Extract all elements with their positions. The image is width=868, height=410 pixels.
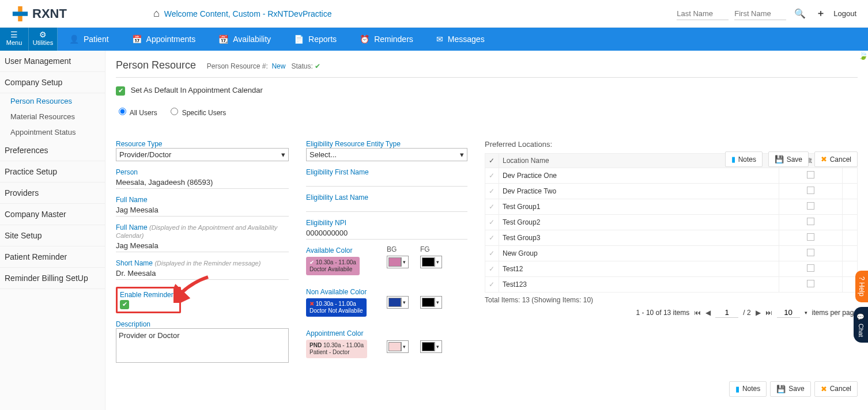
reminders-icon: ⏰ (360, 35, 369, 44)
search-icon[interactable]: 🔍 (792, 6, 808, 21)
all-users-radio[interactable] (119, 108, 126, 115)
row-select-icon[interactable]: ✓ (485, 168, 499, 183)
elig-first-name-field[interactable] (306, 176, 467, 187)
toolbar-reminders[interactable]: ⏰Reminders (348, 35, 425, 44)
chat-pill[interactable]: 💬Chat (854, 307, 868, 343)
toolbar-reports[interactable]: 📄Reports (282, 35, 348, 44)
row-default-checkbox[interactable] (779, 245, 843, 261)
nonavail-bg-picker[interactable]: ▾ (387, 296, 409, 309)
sidebar-providers[interactable]: Providers (0, 183, 105, 204)
row-default-checkbox[interactable] (779, 183, 843, 199)
toolbar-messages[interactable]: ✉Messages (425, 35, 496, 44)
specific-users-radio[interactable] (171, 108, 178, 115)
full-name-cal-field[interactable]: Jag Meesala (116, 240, 289, 252)
row-name: Test12 (499, 261, 779, 276)
table-row[interactable]: ✓Test123 (485, 276, 858, 292)
pager-page-input[interactable] (715, 308, 738, 318)
elig-last-name-label: Eligibility Last Name (306, 193, 467, 202)
add-icon[interactable]: ＋ (814, 5, 828, 22)
enable-reminders-highlight: Enable Reminders ✔ (116, 287, 181, 313)
description-textarea[interactable]: Provider or Doctor (116, 328, 289, 363)
row-name: Test123 (499, 276, 779, 292)
avail-fg-picker[interactable]: ▾ (420, 256, 442, 268)
sidebar-company-master[interactable]: Company Master (0, 204, 105, 225)
toolbar-patient[interactable]: 👤Patient (58, 35, 120, 44)
sidebar-user-management[interactable]: User Management (0, 51, 105, 72)
save-button[interactable]: 💾Save (768, 151, 809, 167)
select-all-checkbox[interactable]: ✓ (485, 153, 499, 168)
sidebar-practice-setup[interactable]: Practice Setup (0, 161, 105, 183)
first-name-input[interactable] (734, 7, 786, 20)
row-select-icon[interactable]: ✓ (485, 276, 499, 292)
table-row[interactable]: ✓Test Group3 (485, 230, 858, 245)
nonavail-fg-picker[interactable]: ▾ (420, 296, 442, 309)
row-default-checkbox[interactable] (779, 214, 843, 230)
pager-last-icon[interactable]: ⏭ (765, 309, 772, 317)
menu-toggle[interactable]: ☰Menu (0, 28, 29, 51)
row-default-checkbox[interactable] (779, 168, 843, 183)
short-name-label: Short Name (Displayed in the Reminder me… (116, 259, 289, 267)
notes-button-bottom[interactable]: ▮Notes (729, 381, 767, 397)
form-column-2: Eligibility Resource Entity Type Select.… (306, 140, 467, 370)
logout-link[interactable]: Logout (833, 9, 856, 18)
pager-perpage-select[interactable] (777, 308, 800, 318)
last-name-input[interactable] (677, 7, 729, 20)
avail-bg-picker[interactable]: ▾ (387, 256, 409, 268)
cancel-button[interactable]: ✖Cancel (814, 151, 858, 167)
elig-last-name-field[interactable] (306, 202, 467, 212)
notes-button[interactable]: ▮Notes (725, 151, 763, 167)
sidebar-item-material-resources[interactable]: Material Resources (0, 109, 105, 124)
sidebar-patient-reminder[interactable]: Patient Reminder (0, 246, 105, 268)
table-row[interactable]: ✓Test12 (485, 261, 858, 276)
toolbar-availability[interactable]: 📆Availability (207, 35, 282, 44)
appointment-color-label: Appointment Color (306, 329, 369, 337)
row-select-icon[interactable]: ✓ (485, 261, 499, 276)
pager-prev-icon[interactable]: ◀ (705, 309, 711, 317)
sidebar-site-setup[interactable]: Site Setup (0, 225, 105, 246)
default-calendar-checkbox[interactable]: ✔ (116, 86, 125, 96)
short-name-field[interactable]: Dr. Meesala (116, 267, 289, 280)
resource-type-select[interactable]: Provider/Doctor▾ (116, 148, 289, 161)
row-name: Dev Practice One (499, 168, 779, 183)
appt-fg-picker[interactable]: ▾ (420, 340, 442, 353)
pager-next-icon[interactable]: ▶ (756, 309, 761, 317)
row-select-icon[interactable]: ✓ (485, 214, 499, 230)
sidebar-item-person-resources[interactable]: Person Resources (0, 93, 105, 109)
page-subtitle: Person Resource #: New Status: ✔ (207, 62, 320, 70)
home-icon[interactable]: ⌂ (153, 7, 160, 20)
row-select-icon[interactable]: ✓ (485, 183, 499, 199)
full-name-field[interactable]: Jag Meesala (116, 204, 289, 217)
row-default-checkbox[interactable] (779, 199, 843, 214)
toolbar-appointments[interactable]: 📅Appointments (120, 35, 207, 44)
cancel-button-bottom[interactable]: ✖Cancel (814, 381, 858, 397)
row-default-checkbox[interactable] (779, 276, 843, 292)
elig-npi-field[interactable]: 0000000000 (306, 227, 467, 240)
sidebar-reminder-billing-setup[interactable]: Reminder Billing SetUp (0, 268, 105, 289)
row-default-checkbox[interactable] (779, 261, 843, 276)
sidebar-item-appointment-status[interactable]: Appointment Status (0, 124, 105, 140)
main-toolbar: 👤Patient📅Appointments📆Availability📄Repor… (58, 28, 868, 51)
elig-entity-select[interactable]: Select...▾ (306, 148, 467, 161)
table-row[interactable]: ✓New Group (485, 245, 858, 261)
help-pill[interactable]: ? Help (855, 271, 868, 302)
appt-bg-picker[interactable]: ▾ (387, 340, 409, 353)
table-row[interactable]: ✓Test Group1 (485, 199, 858, 214)
row-select-icon[interactable]: ✓ (485, 245, 499, 261)
utilities-toggle[interactable]: ⚙Utilities (29, 28, 58, 51)
table-row[interactable]: ✓Dev Practice One (485, 168, 858, 183)
row-name: New Group (499, 245, 779, 261)
person-field[interactable]: Meesala, Jagadeesh (86593) (116, 176, 289, 189)
row-select-icon[interactable]: ✓ (485, 230, 499, 245)
enable-reminders-checkbox[interactable]: ✔ (120, 300, 129, 309)
sidebar-company-setup[interactable]: Company Setup (0, 72, 105, 93)
table-row[interactable]: ✓Test Group2 (485, 214, 858, 230)
pager-first-icon[interactable]: ⏮ (694, 309, 701, 317)
sidebar-preferences[interactable]: Preferences (0, 140, 105, 161)
welcome-link[interactable]: Welcome Content, Custom - RxNTDevPractic… (164, 9, 332, 18)
save-icon: 💾 (775, 155, 784, 164)
table-row[interactable]: ✓Dev Practice Two (485, 183, 858, 199)
row-select-icon[interactable]: ✓ (485, 199, 499, 214)
locations-table: ✓ Location Name⌄ Is Default ≡ ✓Dev Pract… (485, 153, 858, 293)
save-button-bottom[interactable]: 💾Save (770, 381, 810, 397)
row-default-checkbox[interactable] (779, 230, 843, 245)
